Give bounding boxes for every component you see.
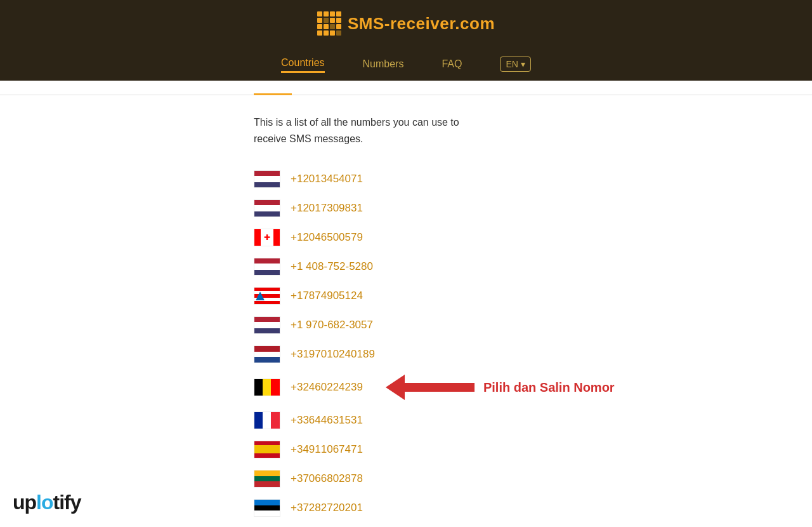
watermark-part2: lo <box>36 491 53 514</box>
annotation: Pilih dan Salin Nomor <box>386 375 615 400</box>
phone-number[interactable]: +33644631531 <box>291 414 363 427</box>
phone-number[interactable]: +12046500579 <box>291 231 363 244</box>
main-content: This is a list of all the numbers you ca… <box>0 95 571 527</box>
watermark: uplotify <box>13 491 81 514</box>
description-line1: This is a list of all the numbers you ca… <box>254 117 459 128</box>
flag-ca: ✚ <box>254 229 280 246</box>
lang-label: EN <box>506 59 518 69</box>
list-item[interactable]: +34911067471 <box>254 435 571 464</box>
logo-grid-icon <box>317 11 341 36</box>
phone-number[interactable]: +1 970-682-3057 <box>291 319 373 331</box>
nav-countries[interactable]: Countries <box>281 55 324 73</box>
phone-number[interactable]: +37066802878 <box>291 472 363 485</box>
logo: SMS-receiver.com <box>0 11 812 36</box>
flag-nl <box>254 345 280 363</box>
arrow-head-icon <box>386 375 405 400</box>
nav-faq[interactable]: FAQ <box>442 56 462 72</box>
watermark-part3: tify <box>53 491 81 514</box>
chevron-down-icon: ▾ <box>521 59 525 69</box>
nav-numbers[interactable]: Numbers <box>363 56 404 72</box>
description-line2: receive SMS messages. <box>254 133 363 144</box>
phone-number[interactable]: +12013454071 <box>291 173 363 185</box>
list-item[interactable]: +37282720201 <box>254 493 571 523</box>
phone-number[interactable]: +34911067471 <box>291 443 363 456</box>
phone-list: +12013454071 +12017309831 ✚ +12046500579… <box>254 164 571 527</box>
flag-us <box>254 316 280 334</box>
flag-us <box>254 258 280 276</box>
logo-text: SMS-receiver.com <box>348 14 495 34</box>
list-item[interactable]: +12013454071 <box>254 164 571 194</box>
flag-us <box>254 199 280 217</box>
phone-number[interactable]: +1 408-752-5280 <box>291 260 373 273</box>
flag-fr <box>254 411 280 429</box>
list-item[interactable]: +32460224239 Pilih dan Salin Nomor <box>254 369 571 406</box>
lang-selector[interactable]: EN ▾ <box>500 57 530 72</box>
site-header: SMS-receiver.com Countries Numbers FAQ E… <box>0 0 812 81</box>
flag-be <box>254 378 280 396</box>
phone-number[interactable]: +32460224239 <box>291 381 363 394</box>
list-item[interactable]: +1 408-752-5280 <box>254 252 571 281</box>
flag-es <box>254 441 280 458</box>
annotation-text: Pilih dan Salin Nomor <box>483 380 615 395</box>
phone-number[interactable]: +31970102401​89 <box>291 348 375 361</box>
list-item[interactable]: +31970102401​89 <box>254 340 571 369</box>
flag-us <box>254 170 280 188</box>
tab-active-indicator <box>254 81 292 95</box>
phone-number[interactable]: +12017309831 <box>291 202 363 215</box>
list-item[interactable]: +33644631531 <box>254 406 571 435</box>
phone-number[interactable]: +17874905124 <box>291 290 363 302</box>
flag-lt <box>254 470 280 488</box>
flag-ee <box>254 499 280 517</box>
phone-number[interactable]: +37282720201 <box>291 502 363 514</box>
main-nav: Countries Numbers FAQ EN ▾ <box>0 47 812 81</box>
arrow-body <box>405 383 475 392</box>
flag-pr <box>254 287 280 305</box>
list-item[interactable]: +12017309831 <box>254 194 571 223</box>
list-item[interactable]: +1 970-682-3057 <box>254 310 571 340</box>
list-item[interactable]: ✚ +12046500579 <box>254 223 571 252</box>
list-item[interactable]: +37066802878 <box>254 464 571 493</box>
tab-bar <box>0 81 812 95</box>
list-item[interactable]: +17874905124 <box>254 281 571 310</box>
list-item[interactable]: ✚ +41766013251 <box>254 523 571 527</box>
description: This is a list of all the numbers you ca… <box>254 114 571 147</box>
watermark-part1: up <box>13 491 36 514</box>
